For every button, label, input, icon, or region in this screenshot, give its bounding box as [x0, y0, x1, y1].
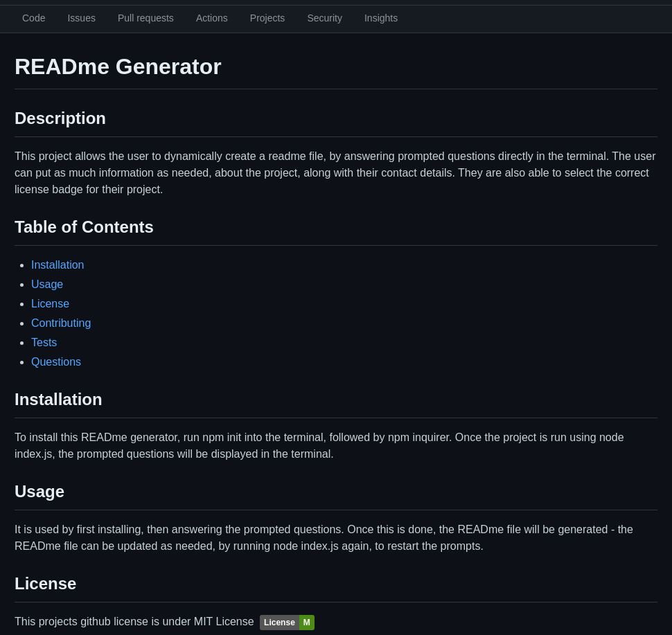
list-item: License: [31, 296, 657, 312]
installation-section: Installation To install this READme gene…: [15, 387, 657, 463]
main-content: READme Generator Description This projec…: [3, 33, 669, 635]
description-section: Description This project allows the user…: [15, 106, 657, 198]
tab-projects[interactable]: Projects: [239, 6, 297, 33]
tab-insights[interactable]: Insights: [353, 6, 409, 33]
toc-contributing-link[interactable]: Contributing: [31, 317, 91, 329]
description-text: This project allows the user to dynamica…: [15, 148, 657, 198]
list-item: Tests: [31, 334, 657, 351]
installation-heading: Installation: [15, 387, 657, 418]
license-text-content: This projects github license is under MI…: [15, 616, 254, 627]
list-item: Installation: [31, 257, 657, 274]
tab-issues[interactable]: Issues: [56, 6, 106, 33]
license-section: License This projects github license is …: [15, 571, 657, 630]
badge-mit-label: M: [299, 615, 315, 630]
usage-section: Usage It is used by first installing, th…: [15, 479, 657, 555]
toc-installation-link[interactable]: Installation: [31, 259, 85, 271]
tab-bar: Code Issues Pull requests Actions Projec…: [0, 6, 672, 33]
tab-pull-requests[interactable]: Pull requests: [107, 6, 185, 33]
license-heading: License: [15, 571, 657, 602]
tab-code[interactable]: Code: [11, 6, 56, 33]
list-item: Usage: [31, 276, 657, 293]
list-item: Contributing: [31, 315, 657, 332]
usage-heading: Usage: [15, 479, 657, 510]
toc-section: Table of Contents Installation Usage Lic…: [15, 215, 657, 370]
description-heading: Description: [15, 106, 657, 137]
license-text: This projects github license is under MI…: [15, 614, 657, 630]
toc-usage-link[interactable]: Usage: [31, 278, 63, 290]
badge-license-label: License: [260, 615, 299, 630]
toc-heading: Table of Contents: [15, 215, 657, 246]
toc-list: Installation Usage License Contributing …: [31, 257, 657, 370]
page-title: READme Generator: [15, 50, 657, 89]
usage-text: It is used by first installing, then ans…: [15, 521, 657, 555]
installation-text: To install this READme generator, run np…: [15, 429, 657, 463]
toc-tests-link[interactable]: Tests: [31, 337, 57, 348]
toc-questions-link[interactable]: Questions: [31, 356, 81, 368]
list-item: Questions: [31, 354, 657, 370]
toc-license-link[interactable]: License: [31, 298, 69, 310]
top-bar: [0, 0, 672, 6]
tab-security[interactable]: Security: [296, 6, 353, 33]
license-badge: LicenseM: [260, 615, 315, 630]
tab-actions[interactable]: Actions: [185, 6, 239, 33]
